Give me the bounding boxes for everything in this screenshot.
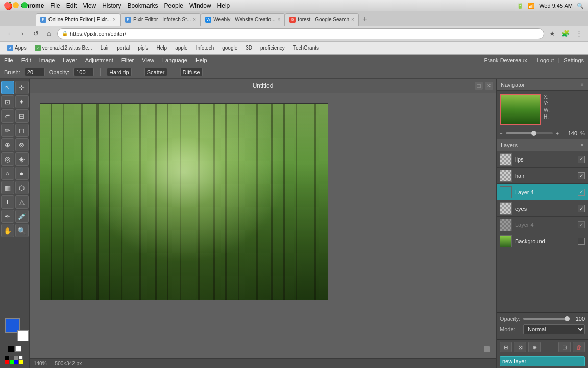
tab-close-3[interactable]: × <box>351 17 354 22</box>
bookmark-apple[interactable]: apple <box>172 44 190 52</box>
blur-tool[interactable]: ◎ <box>1 152 14 166</box>
lasso-tool[interactable]: ⊂ <box>1 109 14 123</box>
layer-item-layer4[interactable]: Layer 4 ✓ <box>497 184 588 200</box>
brush-style-hard[interactable]: Hard tip <box>107 68 132 76</box>
color-swatch-blue[interactable] <box>14 360 18 364</box>
zoom-minus-icon[interactable]: − <box>500 131 503 136</box>
pixlr-menu-view[interactable]: View <box>142 57 154 63</box>
pixlr-menu-help[interactable]: Help <box>195 57 207 63</box>
new-tab-button[interactable]: + <box>359 13 371 26</box>
layer-merge-btn[interactable]: ⊠ <box>514 342 526 352</box>
color-black[interactable] <box>8 346 14 352</box>
back-button[interactable]: ‹ <box>4 29 14 39</box>
brush-style-scatter[interactable]: Scatter <box>144 68 167 76</box>
tab-0[interactable]: P Online Photo Editor | Pixlr... × <box>36 13 120 26</box>
pixlr-menu-layer[interactable]: Layer <box>63 57 77 63</box>
opacity-input[interactable] <box>74 68 94 76</box>
background-color-swatch[interactable] <box>17 330 29 341</box>
opacity-slider[interactable] <box>523 318 570 320</box>
canvas-close-btn[interactable]: × <box>485 82 493 90</box>
menu-people[interactable]: People <box>164 2 183 9</box>
layer-vis-layer4[interactable]: ✓ <box>578 189 585 196</box>
layer-duplicate-btn[interactable]: ⊡ <box>558 342 571 352</box>
pixlr-menu-file[interactable]: File <box>4 57 13 63</box>
home-button[interactable]: ⌂ <box>44 29 54 39</box>
bookmark-pips[interactable]: pip's <box>135 44 151 52</box>
layers-close-btn[interactable]: × <box>580 142 584 149</box>
bookmark-techgrants[interactable]: TechGrants <box>290 44 322 52</box>
menu-help[interactable]: Help <box>217 2 230 9</box>
pixlr-menu-filter[interactable]: Filter <box>121 57 134 63</box>
bookmark-proficiency[interactable]: proficiency <box>257 44 288 52</box>
menu-window[interactable]: Window <box>189 2 211 9</box>
pixlr-settings-btn[interactable]: Settings <box>564 57 584 63</box>
bookmark-help[interactable]: Help <box>154 44 170 52</box>
color-white[interactable] <box>15 346 21 352</box>
dodge-tool[interactable]: ○ <box>1 167 14 180</box>
new-layer-name-input[interactable] <box>500 356 585 366</box>
layer-vis-lips[interactable]: ✓ <box>578 156 585 163</box>
clone-tool[interactable]: ⊕ <box>1 138 14 151</box>
tab-1[interactable]: P Pixlr Editor - Infotech St... × <box>120 13 201 26</box>
move-tool[interactable]: ↖ <box>1 81 14 94</box>
menu-bookmarks[interactable]: Bookmarks <box>128 2 158 9</box>
shape-tool[interactable]: △ <box>15 195 29 209</box>
color-swatch-black[interactable] <box>5 356 9 360</box>
bookmark-infotech[interactable]: Infotech <box>193 44 217 52</box>
layer-vis-background[interactable] <box>578 238 585 245</box>
layer-add-mask-btn[interactable]: ⊕ <box>528 342 541 352</box>
burn-tool[interactable]: ● <box>15 167 29 180</box>
zoom-tool[interactable]: 🔍 <box>15 224 29 237</box>
tab-3[interactable]: G forest - Google Search × <box>285 13 358 26</box>
color-swatch-gray[interactable] <box>14 356 18 360</box>
gradient-tool[interactable]: ▦ <box>1 181 14 194</box>
text-tool[interactable]: T <box>1 195 14 209</box>
canvas-image[interactable] <box>40 103 328 300</box>
pixlr-menu-image[interactable]: Image <box>39 57 55 63</box>
bookmark-star[interactable]: ★ <box>547 29 557 39</box>
canvas-minimize-btn[interactable]: □ <box>475 82 483 90</box>
patch-tool[interactable]: ⊗ <box>15 138 29 151</box>
minimize-window-btn[interactable] <box>13 2 19 8</box>
zoom-plus-icon[interactable]: + <box>556 131 559 136</box>
tab-close-0[interactable]: × <box>113 17 116 22</box>
bookmark-portal[interactable]: portal <box>114 44 133 52</box>
layer-item-background[interactable]: Background <box>497 233 588 249</box>
menu-edit[interactable]: Edit <box>66 2 77 9</box>
pixlr-menu-edit[interactable]: Edit <box>21 57 31 63</box>
canvas-resize-handle[interactable] <box>484 346 490 352</box>
address-bar[interactable]: 🔒 https://pixlr.com/editor/ <box>57 28 544 39</box>
hand-tool[interactable]: ✋ <box>1 224 14 237</box>
layer-vis-layer4-dup[interactable]: ✓ <box>578 221 585 228</box>
extensions-icon[interactable]: 🧩 <box>560 29 571 39</box>
pixlr-logout-btn[interactable]: Logout <box>537 57 554 63</box>
transform-tool[interactable]: ⊹ <box>15 81 29 94</box>
blend-mode-select[interactable]: Normal <box>523 324 585 334</box>
wand-tool[interactable]: ✦ <box>15 95 29 108</box>
forward-button[interactable]: › <box>17 29 28 39</box>
zoom-slider[interactable] <box>506 132 553 134</box>
crop-tool[interactable]: ⊡ <box>1 95 14 108</box>
layer-item-layer4-dup[interactable]: Layer 4 ✓ <box>497 217 588 233</box>
bookmark-verona[interactable]: v verona.k12.wi.us Bc... <box>32 44 95 52</box>
canvas-wrapper[interactable] <box>30 93 496 358</box>
bookmark-3d[interactable]: 3D <box>242 44 255 52</box>
pen-tool[interactable]: ✒ <box>1 210 14 223</box>
navigator-thumbnail[interactable] <box>500 94 541 125</box>
eraser-tool[interactable]: ◻ <box>15 124 29 137</box>
layer-vis-eyes[interactable]: ✓ <box>578 205 585 212</box>
pixlr-menu-adjustment[interactable]: Adjustment <box>85 57 113 63</box>
sharpen-tool[interactable]: ◈ <box>15 152 29 166</box>
color-swatch-white[interactable] <box>19 356 23 360</box>
bookmark-lair[interactable]: Lair <box>97 44 112 52</box>
paint-bucket-tool[interactable]: ⬡ <box>15 181 29 194</box>
layer-item-eyes[interactable]: eyes ✓ <box>497 200 588 217</box>
pixlr-menu-language[interactable]: Language <box>162 57 187 63</box>
reload-button[interactable]: ↺ <box>31 29 41 39</box>
brush-size-input[interactable] <box>24 68 45 76</box>
search-icon[interactable]: 🔍 <box>577 3 584 9</box>
color-swatch-red[interactable] <box>5 360 9 364</box>
tab-close-2[interactable]: × <box>278 17 281 22</box>
menu-history[interactable]: History <box>102 2 121 9</box>
color-swatch-darkgray[interactable] <box>10 356 14 360</box>
